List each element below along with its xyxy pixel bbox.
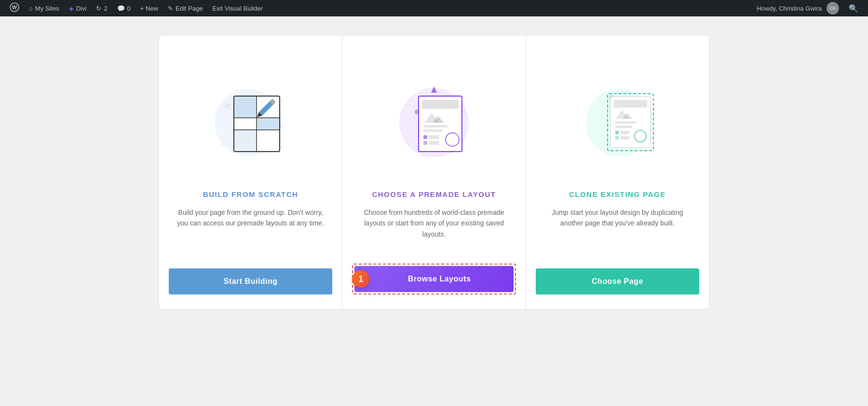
search-button[interactable]: 🔍: [844, 4, 863, 13]
scratch-desc: Build your page from the ground up. Don'…: [159, 207, 342, 244]
sites-icon: ⌂: [29, 5, 33, 12]
svg-text:◁: ◁: [224, 102, 230, 110]
wp-logo[interactable]: W: [5, 0, 24, 16]
updates-icon: ↻: [96, 5, 101, 12]
svg-rect-44: [615, 121, 637, 124]
comments-icon: 💬: [117, 5, 125, 12]
svg-text:W: W: [12, 4, 17, 10]
main-content: ◁ ◇ • ◇ ∼: [0, 16, 868, 406]
browse-btn-wrapper: 1 Browse Layouts: [352, 264, 515, 294]
divi-icon: ◈: [69, 5, 74, 12]
svg-rect-45: [615, 126, 632, 128]
svg-rect-48: [615, 136, 619, 140]
premade-desc: Choose from hundreds of world-class prem…: [342, 207, 525, 239]
svg-rect-47: [621, 131, 629, 134]
edit-page-label: Edit Page: [176, 5, 203, 12]
clone-desc: Jump start your layout design by duplica…: [526, 207, 709, 244]
updates-menu[interactable]: ↻ 2: [91, 0, 112, 16]
clone-title: CLONE EXISTING PAGE: [559, 190, 676, 198]
admin-bar: W ⌂ My Sites ◈ Divi ↻ 2 💬 0 + New ✎ Edit…: [0, 0, 868, 16]
edit-page-link[interactable]: ✎ Edit Page: [163, 0, 207, 16]
svg-text:∼: ∼: [219, 140, 224, 147]
svg-text:◦: ◦: [593, 144, 595, 151]
svg-rect-31: [423, 141, 427, 145]
browse-badge: 1: [352, 270, 369, 288]
greeting-text: Howdy, Christina Gwira: [757, 5, 822, 12]
svg-rect-28: [423, 129, 443, 132]
svg-text:◯: ◯: [650, 108, 655, 113]
svg-rect-29: [423, 135, 427, 139]
clone-illustration: ◯ ▷ ◦: [526, 36, 709, 190]
my-sites-label: My Sites: [35, 5, 59, 12]
scratch-title: BUILD FROM SCRATCH: [193, 190, 308, 198]
browse-layouts-button[interactable]: Browse Layouts: [354, 266, 513, 292]
svg-rect-12: [234, 97, 256, 117]
premade-title: CHOOSE A PREMADE LAYOUT: [362, 190, 505, 198]
svg-rect-14: [234, 130, 256, 151]
premade-footer: 1 Browse Layouts: [342, 254, 525, 309]
scratch-footer: Start Building: [159, 259, 342, 309]
svg-rect-30: [429, 135, 439, 139]
clone-footer: Choose Page: [526, 259, 709, 309]
clone-page-card: ◯ ▷ ◦: [526, 36, 709, 309]
new-menu[interactable]: + New: [136, 0, 163, 16]
exit-builder-link[interactable]: Exit Visual Builder: [207, 0, 268, 16]
divi-label: Divi: [76, 5, 87, 12]
scratch-illustration: ◁ ◇ • ◇ ∼: [159, 36, 342, 190]
comments-count: 0: [127, 5, 131, 12]
premade-illustration: + ▪: [342, 36, 525, 190]
avatar: CG: [827, 2, 839, 14]
svg-rect-49: [621, 136, 629, 140]
premade-layout-card: + ▪: [342, 36, 525, 309]
svg-text:▪: ▪: [422, 153, 423, 157]
divi-menu[interactable]: ◈ Divi: [64, 0, 92, 16]
updates-count: 2: [104, 5, 107, 12]
avatar-initials: CG: [829, 6, 836, 11]
comments-menu[interactable]: 💬 0: [112, 0, 136, 16]
svg-text:◇: ◇: [280, 123, 284, 128]
svg-rect-32: [429, 141, 439, 145]
exit-builder-label: Exit Visual Builder: [212, 5, 263, 12]
start-building-button[interactable]: Start Building: [169, 268, 332, 294]
pencil-icon: ✎: [168, 5, 173, 12]
my-sites-menu[interactable]: ⌂ My Sites: [24, 0, 64, 16]
svg-rect-13: [257, 118, 279, 129]
svg-text:•: •: [236, 88, 238, 92]
wp-icon: W: [10, 2, 19, 14]
svg-rect-41: [614, 100, 647, 108]
cards-container: ◁ ◇ • ◇ ∼: [159, 36, 709, 309]
svg-rect-46: [615, 131, 619, 134]
choose-page-button[interactable]: Choose Page: [536, 268, 699, 294]
new-label: + New: [140, 5, 158, 12]
build-scratch-card: ◁ ◇ • ◇ ∼: [159, 36, 342, 309]
user-greeting[interactable]: Howdy, Christina Gwira CG: [752, 0, 844, 16]
svg-rect-27: [423, 125, 448, 127]
svg-rect-24: [422, 100, 459, 109]
